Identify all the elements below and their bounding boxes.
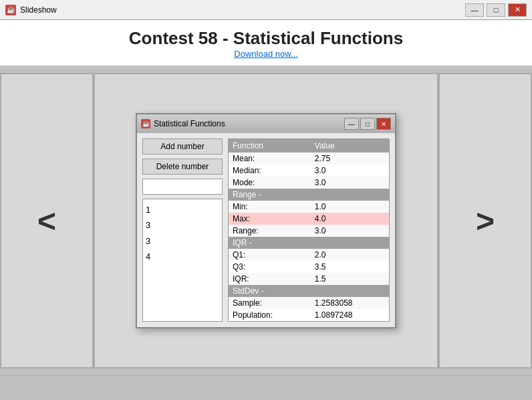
dialog-close-button[interactable]: ✕ (376, 118, 391, 130)
dialog-controls: — □ ✕ (344, 118, 391, 130)
minimize-button[interactable]: — (465, 3, 484, 17)
stat-label: Q1: (229, 249, 311, 261)
stat-value: 1.2583058 (311, 297, 389, 309)
app-title: Slideshow (20, 5, 57, 15)
download-link[interactable]: Download now... (234, 49, 297, 59)
stat-value: 4.0 (311, 213, 389, 225)
dialog-maximize-button[interactable]: □ (360, 118, 375, 130)
stat-value: 3.0 (311, 225, 389, 237)
stat-value: 2.75 (311, 153, 389, 165)
list-item[interactable]: 3 (146, 233, 219, 249)
main-header: Contest 58 - Statistical Functions Downl… (0, 20, 532, 66)
stat-value: 1.5 (311, 273, 389, 285)
col-value: Value (311, 139, 389, 153)
slide-area: ☕ Statistical Functions — □ ✕ Add number… (94, 73, 438, 369)
dialog-titlebar: ☕ Statistical Functions — □ ✕ (137, 114, 395, 133)
col-function: Function (229, 139, 311, 153)
stat-label: Q3: (229, 261, 311, 273)
stat-value: 1.0897248 (311, 309, 389, 321)
stats-table: Function Value Mean:2.75Median:3.0Mode:3… (229, 139, 389, 321)
stat-value: 3.5 (311, 261, 389, 273)
dialog-title: Statistical Functions (154, 119, 225, 128)
stat-label: Range: (229, 225, 311, 237)
number-input[interactable] (142, 179, 223, 195)
dialog-body: Add number Delete number 1 3 3 4 (137, 133, 395, 327)
next-button[interactable]: > (440, 203, 531, 239)
stat-value: 3.0 (311, 165, 389, 177)
next-nav-panel: > (438, 73, 532, 369)
list-item[interactable]: 1 (146, 202, 219, 217)
section-header: Range - (229, 189, 389, 201)
stat-label: Min: (229, 201, 311, 213)
add-number-button[interactable]: Add number (142, 138, 223, 155)
stat-value: 2.0 (311, 249, 389, 261)
prev-nav-panel: < (0, 73, 94, 369)
section-header: IQR - (229, 237, 389, 249)
stat-label: Max: (229, 213, 311, 225)
section-header: StdDev - (229, 285, 389, 297)
list-item[interactable]: 4 (146, 249, 219, 264)
delete-number-button[interactable]: Delete number (142, 159, 223, 175)
stat-label: Sample: (229, 297, 311, 309)
stat-label: Population: (229, 309, 311, 321)
content-area: < ☕ Statistical Functions — □ ✕ (0, 66, 532, 375)
number-listbox[interactable]: 1 3 3 4 (142, 199, 223, 322)
maximize-button[interactable]: □ (487, 3, 505, 17)
dialog-icon: ☕ (141, 119, 150, 128)
stat-value: 3.0 (311, 177, 389, 189)
app-titlebar: ☕ Slideshow — □ ✕ (0, 0, 532, 20)
dialog-minimize-button[interactable]: — (344, 118, 359, 130)
app-icon: ☕ (5, 5, 16, 15)
close-button[interactable]: ✕ (508, 3, 527, 17)
list-item[interactable]: 3 (146, 217, 219, 233)
footer-bar (0, 375, 532, 400)
stat-label: Mean: (229, 153, 311, 165)
stat-value: 1.0 (311, 201, 389, 213)
stat-label: IQR: (229, 273, 311, 285)
window-controls: — □ ✕ (465, 3, 527, 17)
statistical-functions-dialog: ☕ Statistical Functions — □ ✕ Add number… (136, 113, 396, 328)
dialog-left-panel: Add number Delete number 1 3 3 4 (142, 138, 223, 322)
stat-label: Median: (229, 165, 311, 177)
prev-button[interactable]: < (1, 203, 92, 239)
stats-table-container: Function Value Mean:2.75Median:3.0Mode:3… (228, 138, 390, 322)
page-title: Contest 58 - Statistical Functions (0, 28, 532, 49)
stat-label: Mode: (229, 177, 311, 189)
